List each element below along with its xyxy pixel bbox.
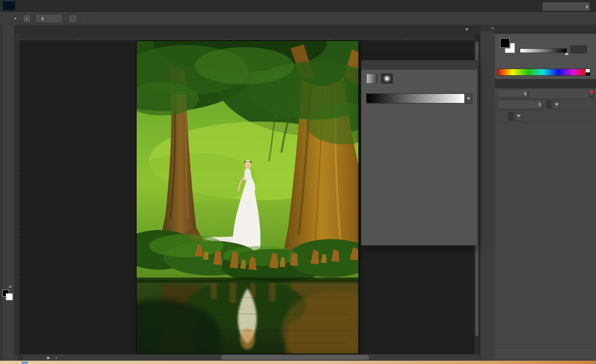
auto-select-checkbox[interactable]: ✓ — [24, 16, 30, 22]
show-transform-checkbox[interactable] — [70, 16, 76, 22]
background-color-swatch[interactable] — [6, 293, 13, 300]
blend-mode-dropdown[interactable] — [497, 100, 543, 109]
document-tab-bar — [14, 25, 480, 35]
options-bar: ✓ — [0, 12, 596, 26]
opacity-dropdown-arrow[interactable] — [553, 101, 560, 109]
tab-list-button[interactable] — [465, 29, 469, 31]
separator — [81, 14, 82, 23]
zoom-level-field[interactable] — [18, 355, 22, 361]
layer-filtering-toggle[interactable] — [589, 90, 594, 97]
menu-bar — [0, 0, 596, 12]
layers-filter-row — [495, 89, 596, 99]
filter-kind-dropdown[interactable] — [497, 89, 529, 98]
color-spectrum-ramp[interactable] — [497, 69, 590, 76]
k-slider[interactable] — [520, 48, 567, 53]
status-menu-arrow[interactable]: ▶ — [47, 356, 50, 360]
color-swatch-group: ⇄ — [2, 290, 13, 300]
separator — [20, 14, 21, 23]
auto-select-target-dropdown[interactable] — [35, 14, 62, 23]
k-slider-thumb[interactable] — [565, 52, 569, 55]
layers-panel-footer — [495, 348, 596, 357]
quick-mask-button[interactable] — [2, 308, 13, 318]
status-collapse-arrow[interactable]: ◂ — [55, 356, 57, 360]
start-orb — [22, 361, 28, 364]
taskbar-strip — [0, 361, 596, 364]
move-tool-icon — [5, 15, 12, 22]
foreground-color-swatch[interactable] — [500, 38, 510, 48]
color-panel — [495, 34, 596, 79]
screen-mode-button[interactable] — [2, 319, 13, 330]
fill-dropdown-arrow[interactable] — [515, 112, 522, 120]
vertical-ruler — [14, 40, 20, 354]
divider — [361, 88, 477, 89]
layer-mask-button[interactable] — [381, 74, 393, 84]
opacity-value[interactable] — [546, 101, 551, 109]
layers-blend-row — [495, 99, 596, 110]
document-image[interactable] — [137, 41, 358, 354]
layers-panel-tabs — [495, 79, 596, 89]
tool-preset-arrow[interactable] — [14, 18, 17, 19]
swap-colors-icon[interactable]: ⇄ — [9, 285, 12, 289]
gradient-map-layer-button[interactable] — [366, 74, 378, 84]
gradient-picker-arrow[interactable] — [464, 94, 472, 103]
properties-panel — [361, 60, 478, 246]
fill-value[interactable] — [508, 112, 513, 120]
horizontal-ruler — [19, 35, 474, 41]
gradient-preview[interactable] — [366, 93, 472, 103]
separator — [89, 14, 89, 23]
right-panel-dock — [495, 25, 596, 361]
gradient-bar[interactable] — [367, 94, 464, 103]
expand-panels-button[interactable]: « — [481, 25, 495, 31]
color-panel-tabs — [495, 25, 596, 34]
photoshop-logo — [2, 1, 16, 11]
ruler-origin-corner[interactable] — [14, 35, 20, 41]
workspace-switcher[interactable] — [542, 2, 590, 11]
properties-panel-tabs — [361, 60, 477, 69]
collapsed-panel-dock: « — [480, 25, 496, 361]
horizontal-scrollbar-thumb[interactable] — [221, 355, 369, 360]
properties-panel-footer — [361, 235, 477, 245]
layers-lock-row — [495, 110, 596, 122]
tool-palette: ⇄ — [0, 25, 14, 361]
k-value-field[interactable] — [570, 46, 587, 53]
